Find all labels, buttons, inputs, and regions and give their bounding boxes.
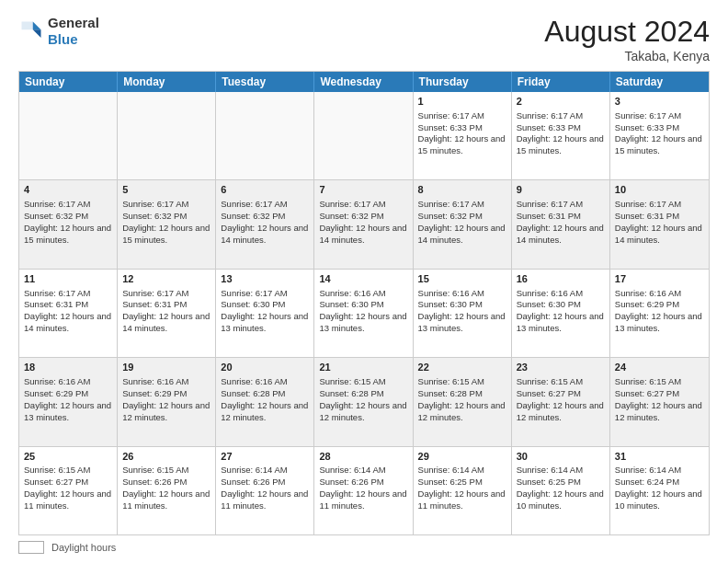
daylight-text: Daylight: 12 hours and 12 minutes. [517,400,605,424]
day-number: 23 [517,361,605,374]
calendar-row: 1Sunrise: 6:17 AMSunset: 6:33 PMDaylight… [19,92,709,179]
sunrise-text: Sunrise: 6:16 AM [24,376,112,388]
daylight-text: Daylight: 12 hours and 13 minutes. [517,311,605,335]
sunset-text: Sunset: 6:32 PM [221,211,309,223]
sunrise-text: Sunrise: 6:15 AM [122,465,210,477]
day-number: 29 [418,450,506,464]
daylight-text: Daylight: 12 hours and 14 minutes. [122,311,210,335]
calendar-cell: 17Sunrise: 6:16 AMSunset: 6:29 PMDayligh… [610,270,709,357]
daylight-text: Daylight: 12 hours and 12 minutes. [122,400,210,424]
svg-marker-1 [33,29,41,38]
calendar-cell: 19Sunrise: 6:16 AMSunset: 6:29 PMDayligh… [118,358,216,445]
sunset-text: Sunset: 6:33 PM [615,122,704,134]
daylight-text: Daylight: 12 hours and 14 minutes. [221,223,309,247]
day-number: 24 [615,361,704,374]
calendar-cell: 3Sunrise: 6:17 AMSunset: 6:33 PMDaylight… [610,92,709,179]
calendar-cell: 12Sunrise: 6:17 AMSunset: 6:31 PMDayligh… [118,270,216,357]
calendar-cell [19,92,118,179]
day-number: 22 [418,361,506,374]
day-number: 17 [615,272,704,286]
calendar-cell: 27Sunrise: 6:14 AMSunset: 6:26 PMDayligh… [216,447,314,534]
sunset-text: Sunset: 6:27 PM [615,388,704,400]
sunrise-text: Sunrise: 6:15 AM [319,376,407,388]
daylight-text: Daylight: 12 hours and 15 minutes. [517,133,605,157]
sunset-text: Sunset: 6:28 PM [319,388,407,400]
sunrise-text: Sunrise: 6:17 AM [24,199,112,211]
sunset-text: Sunset: 6:32 PM [418,211,506,223]
day-number: 20 [221,361,309,374]
day-number: 15 [418,272,506,286]
sunset-text: Sunset: 6:31 PM [122,299,210,311]
sunset-text: Sunset: 6:29 PM [615,299,704,311]
sunset-text: Sunset: 6:27 PM [24,477,112,488]
sunrise-text: Sunrise: 6:16 AM [319,288,407,300]
footer-label: Daylight hours [51,542,116,553]
sunrise-text: Sunrise: 6:16 AM [221,376,309,388]
sunrise-text: Sunrise: 6:17 AM [24,288,112,300]
calendar-header: SundayMondayTuesdayWednesdayThursdayFrid… [19,72,709,92]
sunrise-text: Sunrise: 6:15 AM [24,465,112,477]
daylight-text: Daylight: 12 hours and 11 minutes. [418,488,506,512]
day-number: 11 [24,272,112,286]
calendar-cell: 2Sunrise: 6:17 AMSunset: 6:33 PMDaylight… [512,92,610,179]
cal-header-day: Sunday [19,72,118,92]
sunset-text: Sunset: 6:30 PM [221,299,309,311]
calendar-cell: 15Sunrise: 6:16 AMSunset: 6:30 PMDayligh… [414,270,512,357]
calendar-cell [216,92,314,179]
daylight-text: Daylight: 12 hours and 14 minutes. [319,223,407,247]
sunset-text: Sunset: 6:28 PM [418,388,506,400]
calendar-row: 25Sunrise: 6:15 AMSunset: 6:27 PMDayligh… [19,446,709,534]
daylight-text: Daylight: 12 hours and 14 minutes. [615,223,704,247]
day-number: 6 [221,183,309,197]
day-number: 27 [221,450,309,464]
day-number: 14 [319,272,407,286]
calendar-cell: 31Sunrise: 6:14 AMSunset: 6:24 PMDayligh… [610,447,709,534]
calendar-cell: 10Sunrise: 6:17 AMSunset: 6:31 PMDayligh… [610,180,709,268]
daylight-text: Daylight: 12 hours and 10 minutes. [517,488,605,512]
day-number: 18 [24,361,112,374]
sunset-text: Sunset: 6:32 PM [122,211,210,223]
day-number: 12 [122,272,210,286]
daylight-text: Daylight: 12 hours and 15 minutes. [122,223,210,247]
cal-header-day: Tuesday [216,72,314,92]
daylight-text: Daylight: 12 hours and 13 minutes. [319,311,407,335]
sunrise-text: Sunrise: 6:15 AM [517,376,605,388]
calendar: SundayMondayTuesdayWednesdayThursdayFrid… [18,71,710,535]
sunset-text: Sunset: 6:31 PM [615,211,704,223]
sunrise-text: Sunrise: 6:16 AM [122,376,210,388]
daylight-text: Daylight: 12 hours and 13 minutes. [24,400,112,424]
logo-general: General [48,15,99,30]
sunrise-text: Sunrise: 6:17 AM [319,199,407,211]
day-number: 19 [122,361,210,374]
daylight-text: Daylight: 12 hours and 11 minutes. [122,488,210,512]
daylight-text: Daylight: 12 hours and 10 minutes. [615,488,704,512]
svg-marker-0 [33,22,41,30]
day-number: 21 [319,361,407,374]
sunrise-text: Sunrise: 6:16 AM [615,288,704,300]
day-number: 25 [24,450,112,464]
sunrise-text: Sunrise: 6:17 AM [418,110,506,122]
daylight-text: Daylight: 12 hours and 13 minutes. [221,311,309,335]
cal-header-day: Thursday [414,72,512,92]
month-title: August 2024 [544,15,710,49]
sunset-text: Sunset: 6:29 PM [122,388,210,400]
daylight-text: Daylight: 12 hours and 11 minutes. [24,488,112,512]
day-number: 5 [122,183,210,197]
calendar-cell: 22Sunrise: 6:15 AMSunset: 6:28 PMDayligh… [414,358,512,445]
calendar-row: 11Sunrise: 6:17 AMSunset: 6:31 PMDayligh… [19,269,709,357]
sunrise-text: Sunrise: 6:17 AM [517,110,605,122]
sunrise-text: Sunrise: 6:16 AM [418,288,506,300]
day-number: 26 [122,450,210,464]
svg-rect-2 [22,22,33,30]
day-number: 10 [615,183,704,197]
sunset-text: Sunset: 6:30 PM [418,299,506,311]
sunset-text: Sunset: 6:25 PM [517,477,605,488]
cal-header-day: Monday [118,72,216,92]
cal-header-day: Saturday [610,72,709,92]
calendar-cell: 28Sunrise: 6:14 AMSunset: 6:26 PMDayligh… [314,447,413,534]
day-number: 16 [517,272,605,286]
daylight-text: Daylight: 12 hours and 11 minutes. [221,488,309,512]
daylight-text: Daylight: 12 hours and 13 minutes. [615,311,704,335]
calendar-cell: 26Sunrise: 6:15 AMSunset: 6:26 PMDayligh… [118,447,216,534]
sunrise-text: Sunrise: 6:17 AM [122,199,210,211]
